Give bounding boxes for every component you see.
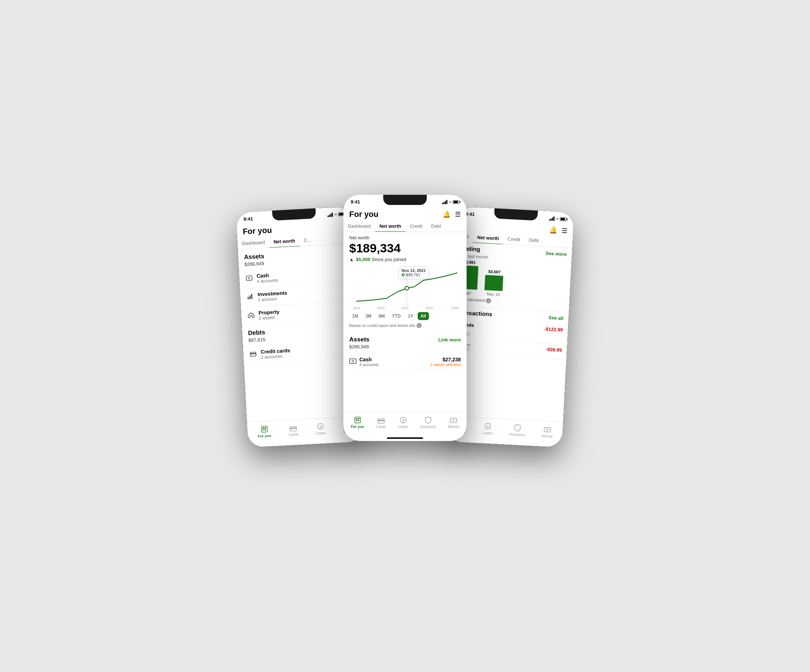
wifi-right: ≈ [556, 216, 559, 221]
arrow-up-icon: ▲ [349, 257, 354, 262]
chart-tooltip: Nov 12, 2021 $99,761 [398, 266, 429, 279]
networth-change-amount: $5,000 [356, 257, 371, 262]
menu-icon-center[interactable]: ☰ [455, 211, 461, 218]
tab-dashboard-left[interactable]: Dashboard [237, 236, 270, 249]
cash-note-center: 1 needs attention [430, 362, 461, 367]
tabs-center: Dashboard Net worth Credit Debt [343, 221, 467, 232]
nav-money-right[interactable]: Money [539, 425, 556, 440]
assets-title-center: Assets [349, 336, 370, 343]
see-all-right[interactable]: See all [548, 315, 564, 321]
tooltip-value: $99,761 [406, 273, 420, 277]
bar-may-val: $3,507 [488, 269, 501, 275]
header-center: For you 🔔 ☰ [343, 207, 467, 221]
nav-foryou-label-center: For you [351, 425, 364, 429]
nav-loans-right[interactable]: $ Loans [479, 421, 496, 437]
menu-icon-right[interactable]: ☰ [562, 227, 568, 235]
app-title-left: For you [242, 226, 272, 236]
filter-6m[interactable]: 6M [376, 312, 388, 320]
svg-text:$: $ [319, 425, 322, 429]
svg-rect-34 [356, 420, 359, 421]
svg-rect-4 [251, 294, 253, 299]
screen-center: 9:41 ≈ For you [343, 195, 467, 441]
networth-value: $189,334 [349, 241, 461, 255]
filter-1y[interactable]: 1Y [405, 312, 416, 320]
creditcards-icon-left [249, 351, 257, 358]
svg-text:2022: 2022 [425, 306, 433, 309]
svg-text:2021: 2021 [402, 306, 409, 309]
nav-cards-left[interactable]: Cards [285, 424, 302, 438]
nav-foryou-center[interactable]: For you [348, 415, 367, 430]
nav-money-center[interactable]: Money [445, 416, 462, 430]
status-icons-right: ≈ [549, 216, 567, 222]
svg-rect-31 [354, 417, 360, 423]
filter-3m[interactable]: 3M [363, 312, 375, 320]
signal-center [442, 200, 447, 204]
svg-rect-12 [290, 428, 296, 429]
nav-loans-center[interactable]: $ Loans [395, 415, 411, 430]
nav-cards-label-left: Cards [289, 432, 299, 437]
filter-1m[interactable]: 1M [349, 312, 361, 320]
svg-rect-2 [247, 297, 248, 299]
tab-networth-left[interactable]: Net worth [269, 235, 300, 248]
cash-icon-left [245, 276, 253, 283]
cash-sub-left: 4 accounts [257, 278, 278, 284]
see-more-spending[interactable]: See more [545, 250, 567, 257]
info-icon-center[interactable]: i [417, 323, 422, 328]
svg-rect-6 [250, 353, 256, 354]
tab-credit-left[interactable]: C... [299, 234, 316, 246]
app-title-center: For you [349, 210, 378, 219]
nav-insurance-label-center: Insurance [420, 425, 436, 429]
nav-insurance-center[interactable]: Insurance [417, 415, 439, 430]
cash-sub-center: 4 accounts [359, 362, 378, 367]
bell-icon-center[interactable]: 🔔 [443, 211, 451, 218]
account-creditcards-left: Credit cards 2 accounts [249, 340, 354, 364]
bell-icon-right[interactable]: 🔔 [549, 226, 557, 234]
svg-rect-29 [349, 359, 356, 364]
tooltip-val: $99,761 [402, 273, 426, 277]
property-sub-left: 2 assets [259, 315, 280, 321]
svg-point-20 [547, 429, 548, 431]
tx2-amount-right: -$39.99 [545, 347, 562, 353]
svg-rect-19 [544, 427, 551, 432]
svg-rect-8 [262, 428, 264, 429]
investments-icon-left [246, 294, 254, 301]
info-icon-right[interactable]: i [486, 298, 491, 303]
nav-insurance-right[interactable]: Insurance [506, 422, 528, 438]
footnote-text: Based on credit report and linked info [349, 323, 415, 328]
chart-container: Nov 12, 2021 $99,761 [349, 266, 461, 309]
networth-change-suffix: Since you joined [372, 257, 406, 262]
nav-cards-center[interactable]: Cards [373, 417, 389, 430]
cash-value-center: $27,238 [430, 357, 461, 362]
cash-name-center: Cash [359, 357, 378, 362]
tab-networth-right[interactable]: Net worth [473, 231, 503, 244]
tab-debt-center[interactable]: Debt [427, 221, 445, 232]
nav-loans-label-left: Loans [316, 431, 326, 435]
nav-foryou-left[interactable]: For you [254, 424, 274, 440]
nav-money-label-right: Money [542, 434, 553, 438]
svg-point-23 [405, 286, 408, 290]
link-more-center[interactable]: Link more [438, 337, 461, 342]
nav-foryou-label-left: For you [258, 434, 271, 438]
nav-loans-left[interactable]: $ Loans [312, 421, 329, 437]
svg-text:2019: 2019 [353, 306, 360, 309]
filter-ytd[interactable]: YTD [389, 312, 403, 320]
bottom-nav-center: For you Cards $ Loans Insurance Money [343, 412, 467, 437]
svg-text:2023: 2023 [451, 306, 459, 309]
svg-text:2020: 2020 [377, 306, 385, 309]
svg-text:$: $ [487, 425, 489, 429]
tab-dashboard-center[interactable]: Dashboard [343, 221, 375, 232]
nav-money-label-center: Money [448, 425, 459, 429]
phones-container: 9:41 ≈ For you [242, 195, 568, 477]
tab-networth-center[interactable]: Net worth [375, 221, 406, 232]
tab-credit-right[interactable]: Credit [503, 233, 525, 246]
asset-cash-center: Cash 4 accounts $27,238 1 needs attentio… [349, 353, 461, 371]
assets-header-center: Assets $286,949 Link more [349, 332, 461, 352]
nav-insurance-label-right: Insurance [509, 432, 525, 437]
tab-credit-center[interactable]: Credit [406, 221, 427, 232]
filter-all[interactable]: All [418, 312, 429, 320]
content-center: Net worth $189,334 ▲ $5,000 Since you jo… [343, 232, 467, 412]
tab-debt-right[interactable]: Debt [524, 234, 543, 247]
svg-rect-9 [265, 427, 266, 429]
svg-rect-7 [261, 426, 267, 432]
home-indicator [387, 437, 423, 439]
